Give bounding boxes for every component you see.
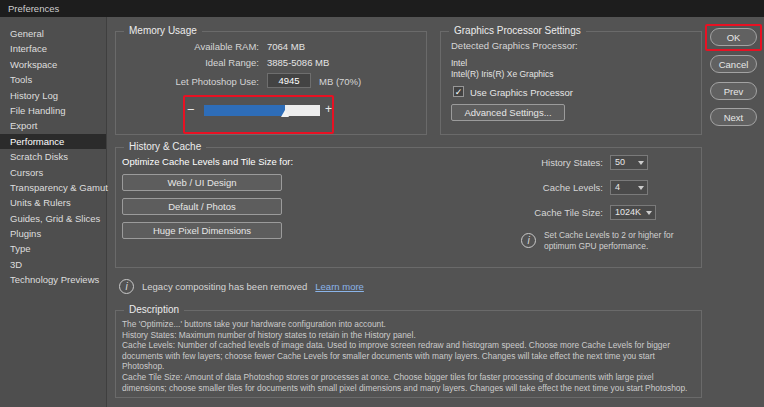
info-icon: i [119,279,134,294]
history-states-dropdown[interactable]: 50 [610,155,648,170]
window-title: Preferences [8,3,59,14]
history-cache-title: History & Cache [124,141,206,152]
info-glyph: i [125,281,127,292]
sidebar-item-interface[interactable]: Interface [0,41,106,56]
graphics-settings-group: Graphics Processor Settings Detected Gra… [440,31,702,135]
slider-thumb[interactable] [281,110,289,117]
ideal-range-label: Ideal Range: [116,57,259,68]
gpu-name: Intel(R) Iris(R) Xe Graphics [451,69,554,79]
info-icon: i [521,233,536,248]
history-cache-group: History & Cache Optimize Cache Levels an… [115,147,702,268]
use-gpu-label: Use Graphics Processor [470,87,573,98]
memory-usage-input[interactable] [267,73,311,88]
preset-default-photos-button[interactable]: Default / Photos [122,198,282,215]
cache-tile-size-label: Cache Tile Size: [456,207,603,218]
ideal-range-value: 3885-5086 MB [267,57,329,68]
cache-levels-dropdown[interactable]: 4 [610,180,648,195]
use-gpu-checkbox[interactable]: ✓ [453,86,464,97]
description-text: The 'Optimize...' buttons take your hard… [122,319,695,393]
sidebar-item-units-rulers[interactable]: Units & Rulers [0,195,106,210]
cache-levels-label: Cache Levels: [456,182,603,193]
preset-huge-pixel-button[interactable]: Huge Pixel Dimensions [122,222,282,239]
preset-web-ui-button[interactable]: Web / UI Design [122,174,282,191]
cache-levels-value: 4 [615,182,620,192]
memory-slider-plus-button[interactable]: + [325,102,332,116]
legacy-note-text: Legacy compositing has been removed [142,281,307,292]
available-ram-label: Available RAM: [116,41,259,52]
slider-fill [204,105,285,116]
sidebar-item-performance[interactable]: Performance [0,134,106,149]
let-photoshop-use-label: Let Photoshop Use: [116,76,259,87]
check-icon: ✓ [455,87,463,97]
detected-gpu-label: Detected Graphics Processor: [451,40,578,51]
memory-slider-minus-button[interactable]: − [187,102,195,117]
advanced-settings-button[interactable]: Advanced Settings... [451,104,565,121]
sidebar-item-type[interactable]: Type [0,241,106,256]
sidebar-item-file-handling[interactable]: File Handling [0,103,106,118]
learn-more-link[interactable]: Learn more [315,281,364,292]
description-line: Cache Levels: Number of cached levels of… [122,340,695,372]
sidebar-item-guides-grid-slices[interactable]: Guides, Grid & Slices [0,211,106,226]
prev-button[interactable]: Prev [710,82,757,100]
cache-tile-size-dropdown[interactable]: 1024K [610,205,656,220]
sidebar-item-plugins[interactable]: Plugins [0,226,106,241]
optimize-label: Optimize Cache Levels and Tile Size for: [122,156,293,167]
sidebar-item-tools[interactable]: Tools [0,72,106,87]
graphics-settings-title: Graphics Processor Settings [449,25,586,36]
description-line: History States: Maximum number of histor… [122,330,695,341]
history-states-value: 50 [615,157,625,167]
sidebar-item-history-log[interactable]: History Log [0,88,106,103]
legacy-note-row: i Legacy compositing has been removed Le… [119,279,364,294]
chevron-down-icon [646,211,652,215]
cancel-button[interactable]: Cancel [710,55,757,73]
titlebar: Preferences [0,0,764,17]
sidebar-item-scratch-disks[interactable]: Scratch Disks [0,149,106,164]
gpu-vendor: Intel [451,58,467,68]
sidebar-item-3d[interactable]: 3D [0,257,106,272]
memory-usage-title: Memory Usage [124,25,202,36]
sidebar-item-general[interactable]: General [0,26,106,41]
description-group: Description The 'Optimize...' buttons ta… [115,310,702,398]
memory-usage-group: Memory Usage Available RAM: 7064 MB Idea… [115,31,427,135]
description-title: Description [124,304,184,315]
history-states-label: History States: [456,157,603,168]
sidebar: General Interface Workspace Tools Histor… [0,17,107,407]
chevron-down-icon [638,186,644,190]
sidebar-item-cursors[interactable]: Cursors [0,165,106,180]
memory-usage-suffix: MB (70%) [319,76,361,87]
available-ram-value: 7064 MB [267,41,305,52]
gpu-cache-note: Set Cache Levels to 2 or higher for opti… [544,230,706,251]
memory-slider[interactable] [204,105,320,116]
description-line: Cache Tile Size: Amount of data Photosho… [122,372,695,393]
sidebar-item-transparency-gamut[interactable]: Transparency & Gamut [0,180,106,195]
ok-button[interactable]: OK [710,28,757,46]
cache-tile-size-value: 1024K [615,207,641,217]
description-line: The 'Optimize...' buttons take your hard… [122,319,695,330]
chevron-down-icon [638,161,644,165]
sidebar-item-technology-previews[interactable]: Technology Previews [0,272,106,287]
preferences-dialog: Preferences General Interface Workspace … [0,0,764,407]
info-glyph: i [527,235,529,246]
next-button[interactable]: Next [710,108,757,126]
sidebar-item-workspace[interactable]: Workspace [0,57,106,72]
sidebar-item-export[interactable]: Export [0,118,106,133]
